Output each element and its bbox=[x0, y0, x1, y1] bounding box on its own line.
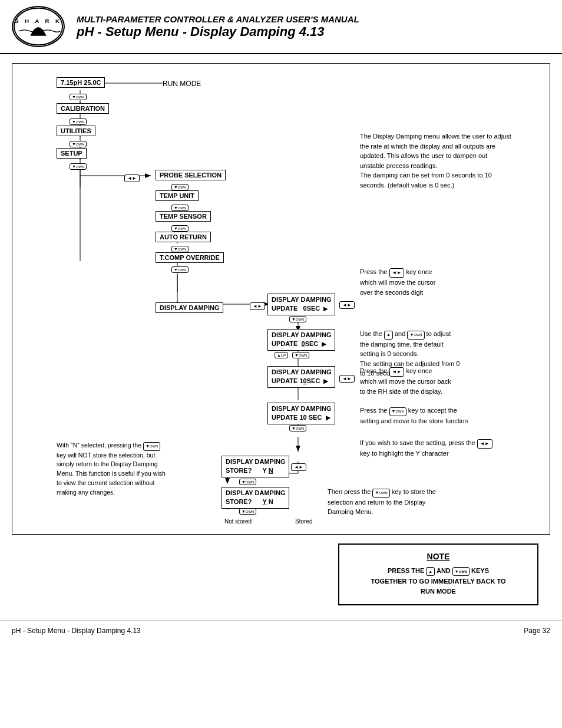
svg-point-0 bbox=[14, 8, 62, 45]
display-damping-update-0-cursor: DISPLAY DAMPING UPDATE 0SEC ▶ bbox=[267, 329, 335, 351]
header-title: MULTI-PARAMETER CONTROLLER & ANALYZER US… bbox=[77, 14, 359, 24]
setup-item: SETUP bbox=[57, 148, 87, 159]
footer-left: pH - Setup Menu - Display Damping 4.13 bbox=[12, 627, 141, 635]
press-right-back-desc: Press the ◄► key once which will move th… bbox=[360, 366, 525, 396]
note-content: PRESS THE ▲ AND ▼OWN KEYS TOGETHER TO GO… bbox=[351, 566, 525, 597]
nav-btn-in-box-1[interactable]: ◄► bbox=[339, 298, 355, 309]
nav-btn-in-box-2[interactable]: ◄► bbox=[339, 372, 355, 383]
right-arrow-btn-damping[interactable]: ◄► bbox=[250, 299, 265, 310]
footer-right: Page 32 bbox=[524, 627, 550, 635]
right-arrow-btn-probe[interactable]: ◄► bbox=[124, 172, 140, 182]
save-y-desc: If you wish to save the setting, press t… bbox=[360, 438, 525, 459]
temp-unit-item: TEMP UNIT bbox=[156, 190, 199, 201]
svg-marker-9 bbox=[145, 173, 151, 178]
down-btn-10[interactable]: ▼OWN bbox=[289, 312, 306, 323]
temp-sensor-item: TEMP SENSOR bbox=[156, 211, 211, 222]
up-btn-1[interactable]: ▲UP bbox=[275, 348, 288, 359]
display-damping-desc: The Display Damping menu allows the user… bbox=[360, 131, 543, 190]
display-damping-left: DISPLAY DAMPING bbox=[156, 302, 223, 313]
then-press-down-desc: Then press the ▼OWN key to store the sel… bbox=[328, 487, 481, 517]
down-btn-1[interactable]: ▼OWN bbox=[70, 90, 87, 101]
down-btn-7[interactable]: ▼OWN bbox=[171, 222, 189, 232]
down-btn-2[interactable]: ▼OWN bbox=[70, 115, 87, 126]
with-n-desc: With "N" selected, pressing the ▼OWN key… bbox=[57, 441, 213, 497]
note-title: NOTE bbox=[351, 552, 525, 561]
down-btn-14[interactable]: ▼OWN bbox=[239, 505, 256, 515]
auto-return-item: AUTO RETURN bbox=[156, 232, 211, 242]
down-btn-12[interactable]: ▼OWN bbox=[289, 421, 306, 432]
down-btn-3[interactable]: ▼OWN bbox=[70, 137, 87, 148]
diagram-box: 7.15pH 25.0C RUN MODE ▼OWN CALIBRATION ▼… bbox=[12, 63, 550, 535]
nav-btn-store-1[interactable]: ◄► bbox=[291, 460, 306, 471]
press-right-cursor-desc: Press the ◄► key once which will move th… bbox=[360, 267, 525, 297]
page-header: S H A R K MULTI-PARAMETER CONTROLLER & A… bbox=[0, 0, 562, 54]
down-btn-9[interactable]: ▼OWN bbox=[171, 263, 189, 274]
press-down-accept-desc: Press the ▼OWN key to accept the setting… bbox=[360, 406, 513, 426]
svg-marker-24 bbox=[296, 446, 300, 452]
logo: S H A R K bbox=[12, 6, 65, 47]
down-btn-13[interactable]: ▼OWN bbox=[239, 475, 256, 486]
down-btn-6[interactable]: ▼OWN bbox=[171, 201, 189, 212]
store-yn-1: DISPLAY DAMPING STORE? Y N bbox=[222, 456, 289, 477]
down-btn-8[interactable]: ▼OWN bbox=[171, 242, 189, 253]
header-text: MULTI-PARAMETER CONTROLLER & ANALYZER US… bbox=[77, 14, 359, 39]
calibration-item: CALIBRATION bbox=[57, 103, 109, 114]
diagram-inner: 7.15pH 25.0C RUN MODE ▼OWN CALIBRATION ▼… bbox=[21, 73, 541, 521]
run-mode-label: RUN MODE bbox=[163, 78, 201, 89]
run-mode-reading: 7.15pH 25.0C bbox=[57, 77, 105, 88]
note-box: NOTE PRESS THE ▲ AND ▼OWN KEYS TOGETHER … bbox=[338, 543, 538, 605]
down-btn-5[interactable]: ▼OWN bbox=[171, 180, 189, 191]
tcomp-override-item: T.COMP OVERRIDE bbox=[156, 252, 224, 263]
page-footer: pH - Setup Menu - Display Damping 4.13 P… bbox=[0, 620, 562, 641]
probe-selection-item: PROBE SELECTION bbox=[156, 170, 226, 180]
down-btn-11[interactable]: ▼OWN bbox=[292, 348, 309, 359]
not-stored-label: Not stored bbox=[224, 517, 252, 526]
display-damping-update-10-cursor: DISPLAY DAMPING UPDATE 10SEC ▶ bbox=[267, 366, 335, 388]
svg-text:S H A R K: S H A R K bbox=[15, 18, 62, 24]
down-btn-4[interactable]: ▼OWN bbox=[70, 160, 87, 170]
utilities-item: UTILITIES bbox=[57, 126, 95, 136]
svg-marker-28 bbox=[225, 478, 230, 484]
stored-label: Stored bbox=[295, 517, 312, 526]
header-subtitle: pH - Setup Menu - Display Damping 4.13 bbox=[77, 24, 359, 39]
main-content: 7.15pH 25.0C RUN MODE ▼OWN CALIBRATION ▼… bbox=[0, 54, 562, 614]
